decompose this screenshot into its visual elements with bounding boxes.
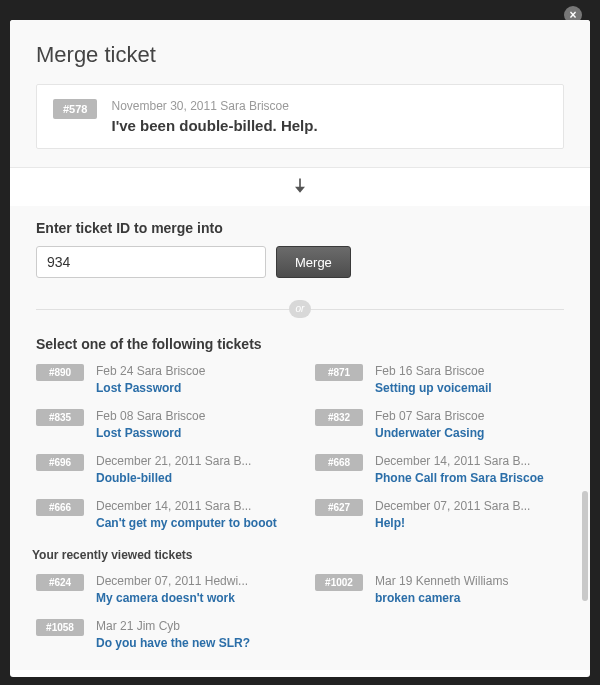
ticket-meta: December 14, 2011 Sara B... bbox=[96, 499, 277, 513]
ticket-item[interactable]: #871Feb 16 Sara BriscoeSetting up voicem… bbox=[315, 364, 564, 395]
source-ticket-meta: November 30, 2011 Sara Briscoe bbox=[111, 99, 317, 113]
ticket-meta: Mar 19 Kenneth Williams bbox=[375, 574, 508, 588]
source-ticket-subject: I've been double-billed. Help. bbox=[111, 117, 317, 134]
modal-header: Merge ticket #578 November 30, 2011 Sara… bbox=[10, 20, 590, 168]
ticket-badge: #668 bbox=[315, 454, 363, 471]
ticket-subject: Double-billed bbox=[96, 471, 251, 485]
tickets-grid: #890Feb 24 Sara BriscoeLost Password#871… bbox=[36, 364, 564, 530]
ticket-item[interactable]: #624December 07, 2011 Hedwi...My camera … bbox=[36, 574, 285, 605]
ticket-subject: My camera doesn't work bbox=[96, 591, 248, 605]
recent-tickets-label: Your recently viewed tickets bbox=[32, 548, 564, 562]
select-tickets-label: Select one of the following tickets bbox=[36, 336, 564, 352]
ticket-badge: #871 bbox=[315, 364, 363, 381]
source-ticket-card: #578 November 30, 2011 Sara Briscoe I've… bbox=[36, 84, 564, 149]
ticket-subject: Lost Password bbox=[96, 426, 205, 440]
ticket-badge: #624 bbox=[36, 574, 84, 591]
ticket-subject: Underwater Casing bbox=[375, 426, 484, 440]
ticket-badge: #890 bbox=[36, 364, 84, 381]
page-title: Merge ticket bbox=[36, 42, 564, 68]
ticket-badge: #1002 bbox=[315, 574, 363, 591]
modal-body: Enter ticket ID to merge into Merge or S… bbox=[10, 206, 590, 670]
ticket-item[interactable]: #835Feb 08 Sara BriscoeLost Password bbox=[36, 409, 285, 440]
ticket-subject: Phone Call from Sara Briscoe bbox=[375, 471, 544, 485]
ticket-meta: Mar 21 Jim Cyb bbox=[96, 619, 250, 633]
merge-ticket-modal: Merge ticket #578 November 30, 2011 Sara… bbox=[10, 20, 590, 677]
or-divider: or bbox=[36, 300, 564, 318]
ticket-item[interactable]: #832Feb 07 Sara BriscoeUnderwater Casing bbox=[315, 409, 564, 440]
ticket-item[interactable]: #627December 07, 2011 Sara B...Help! bbox=[315, 499, 564, 530]
ticket-item[interactable]: #668December 14, 2011 Sara B...Phone Cal… bbox=[315, 454, 564, 485]
ticket-id-label: Enter ticket ID to merge into bbox=[36, 220, 564, 236]
ticket-id-input[interactable] bbox=[36, 246, 266, 278]
ticket-item[interactable]: #1002Mar 19 Kenneth Williamsbroken camer… bbox=[315, 574, 564, 605]
ticket-subject: Help! bbox=[375, 516, 530, 530]
ticket-meta: December 21, 2011 Sara B... bbox=[96, 454, 251, 468]
ticket-meta: Feb 16 Sara Briscoe bbox=[375, 364, 492, 378]
source-ticket-badge: #578 bbox=[53, 99, 97, 119]
ticket-badge: #1058 bbox=[36, 619, 84, 636]
recent-tickets-grid: #624December 07, 2011 Hedwi...My camera … bbox=[36, 574, 564, 650]
ticket-meta: December 07, 2011 Sara B... bbox=[375, 499, 530, 513]
arrow-down-icon bbox=[10, 168, 590, 206]
ticket-badge: #666 bbox=[36, 499, 84, 516]
ticket-item[interactable]: #666December 14, 2011 Sara B...Can't get… bbox=[36, 499, 285, 530]
ticket-badge: #832 bbox=[315, 409, 363, 426]
ticket-item[interactable]: #890Feb 24 Sara BriscoeLost Password bbox=[36, 364, 285, 395]
ticket-meta: Feb 24 Sara Briscoe bbox=[96, 364, 205, 378]
ticket-item[interactable]: #696December 21, 2011 Sara B...Double-bi… bbox=[36, 454, 285, 485]
ticket-badge: #835 bbox=[36, 409, 84, 426]
merge-button[interactable]: Merge bbox=[276, 246, 351, 278]
ticket-meta: December 14, 2011 Sara B... bbox=[375, 454, 544, 468]
ticket-subject: Do you have the new SLR? bbox=[96, 636, 250, 650]
ticket-subject: Lost Password bbox=[96, 381, 205, 395]
scrollbar-thumb[interactable] bbox=[582, 491, 588, 601]
ticket-meta: December 07, 2011 Hedwi... bbox=[96, 574, 248, 588]
ticket-badge: #696 bbox=[36, 454, 84, 471]
ticket-subject: Can't get my computer to booot bbox=[96, 516, 277, 530]
ticket-meta: Feb 07 Sara Briscoe bbox=[375, 409, 484, 423]
ticket-item[interactable]: #1058Mar 21 Jim CybDo you have the new S… bbox=[36, 619, 285, 650]
ticket-subject: Setting up voicemail bbox=[375, 381, 492, 395]
ticket-meta: Feb 08 Sara Briscoe bbox=[96, 409, 205, 423]
or-badge: or bbox=[289, 300, 311, 318]
ticket-subject: broken camera bbox=[375, 591, 508, 605]
ticket-badge: #627 bbox=[315, 499, 363, 516]
